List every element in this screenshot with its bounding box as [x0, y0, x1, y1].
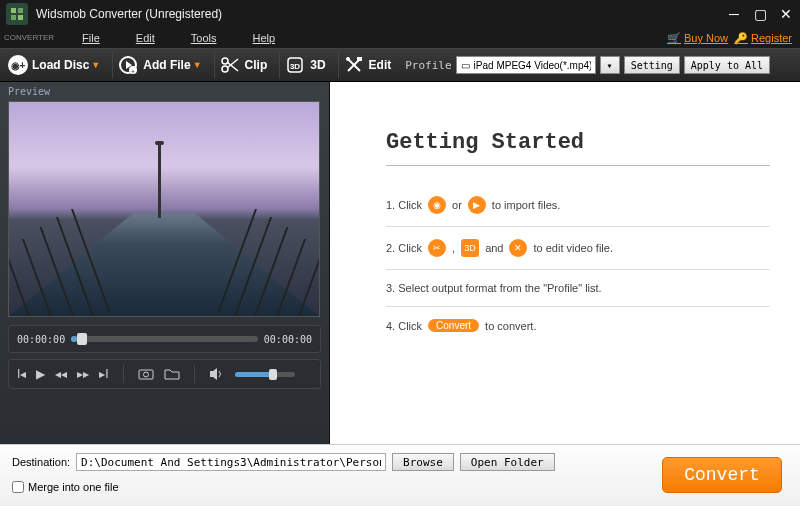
rewind-button[interactable]: ◂◂ — [55, 367, 67, 381]
buy-now-link[interactable]: 🛒 Buy Now — [667, 32, 728, 45]
next-button[interactable]: ▸I — [99, 367, 108, 381]
separator — [338, 52, 339, 78]
dropdown-icon: ▼ — [193, 60, 202, 70]
step-text: 3. Select output format from the "Profil… — [386, 282, 602, 294]
menu-tools[interactable]: Tools — [173, 30, 235, 46]
getting-started-title: Getting Started — [386, 130, 770, 166]
getting-started-panel: Getting Started 1. Click ◉ or ▶ to impor… — [330, 82, 800, 444]
separator — [112, 52, 113, 78]
edit-label: Edit — [369, 58, 392, 72]
three-d-button[interactable]: 3D 3D — [282, 54, 335, 76]
add-file-button[interactable]: + Add File ▼ — [115, 54, 211, 76]
destination-input[interactable] — [76, 453, 386, 471]
svg-point-8 — [222, 66, 228, 72]
svg-rect-3 — [18, 15, 23, 20]
clip-label: Clip — [245, 58, 268, 72]
minimize-button[interactable]: ─ — [726, 6, 742, 22]
separator — [123, 365, 124, 383]
volume-thumb[interactable] — [269, 369, 277, 380]
profile-label: Profile — [405, 59, 451, 72]
merge-checkbox[interactable] — [12, 481, 24, 493]
disc-icon: ◉+ — [8, 55, 28, 75]
scissors-mini-icon: ✂ — [428, 239, 446, 257]
device-icon: ▭ — [461, 60, 470, 71]
seek-thumb[interactable] — [77, 333, 87, 345]
disc-mini-icon: ◉ — [428, 196, 446, 214]
menu-help[interactable]: Help — [234, 30, 293, 46]
svg-marker-20 — [210, 368, 217, 380]
separator — [214, 52, 215, 78]
separator — [279, 52, 280, 78]
svg-text:3D: 3D — [290, 62, 300, 71]
preview-image — [8, 101, 320, 317]
step-text: 4. Click — [386, 320, 422, 332]
bottom-bar: Destination: Browse Open Folder Merge in… — [0, 444, 800, 506]
setting-button[interactable]: Setting — [624, 56, 680, 74]
step-text: or — [452, 199, 462, 211]
edit-button[interactable]: Edit — [341, 54, 402, 76]
load-disc-label: Load Disc — [32, 58, 89, 72]
preview-label: Preview — [8, 86, 321, 97]
step-3: 3. Select output format from the "Profil… — [386, 270, 770, 307]
seek-slider[interactable] — [71, 336, 258, 342]
play-button[interactable]: ▶ — [36, 367, 45, 381]
browse-button[interactable]: Browse — [392, 453, 454, 471]
step-4: 4. Click Convert to convert. — [386, 307, 770, 344]
profile-dropdown-button[interactable]: ▾ — [600, 56, 620, 74]
close-button[interactable]: ✕ — [778, 6, 794, 22]
add-file-mini-icon: ▶ — [468, 196, 486, 214]
maximize-button[interactable]: ▢ — [752, 6, 768, 22]
menu-file[interactable]: File — [64, 30, 118, 46]
svg-rect-0 — [11, 8, 16, 13]
step-text: to edit video file. — [533, 242, 613, 254]
profile-value: iPad MPEG4 Video(*.mp4) — [474, 60, 591, 71]
prev-button[interactable]: I◂ — [17, 367, 26, 381]
folder-button[interactable] — [164, 368, 180, 380]
separator — [194, 365, 195, 383]
speaker-icon — [209, 367, 225, 381]
time-current: 00:00:00 — [17, 334, 65, 345]
step-2: 2. Click ✂ , 3D and ✕ to edit video file… — [386, 227, 770, 270]
app-title: Widsmob Converter (Unregistered) — [36, 7, 726, 21]
preview-panel: Preview 00:00:00 00:00:00 I◂ ▶ ◂◂ ▸▸ ▸I — [0, 82, 330, 444]
scissors-icon — [219, 54, 241, 76]
forward-button[interactable]: ▸▸ — [77, 367, 89, 381]
open-folder-button[interactable]: Open Folder — [460, 453, 555, 471]
toolbar: ◉+ Load Disc ▼ + Add File ▼ Clip 3D 3D E… — [0, 48, 800, 82]
snapshot-button[interactable] — [138, 368, 154, 380]
convert-button[interactable]: Convert — [662, 457, 782, 493]
time-total: 00:00:00 — [264, 334, 312, 345]
svg-rect-18 — [139, 370, 153, 379]
step-text: to convert. — [485, 320, 536, 332]
three-d-icon: 3D — [284, 54, 306, 76]
step-1: 1. Click ◉ or ▶ to import files. — [386, 184, 770, 227]
menu-bar: CONVERTER File Edit Tools Help 🛒 Buy Now… — [0, 28, 800, 48]
svg-point-9 — [222, 58, 228, 64]
apply-all-button[interactable]: Apply to All — [684, 56, 770, 74]
timeline: 00:00:00 00:00:00 — [8, 325, 321, 353]
volume-slider[interactable] — [235, 372, 295, 377]
register-link[interactable]: 🔑 Register — [734, 32, 792, 45]
step-text: to import files. — [492, 199, 560, 211]
title-bar: Widsmob Converter (Unregistered) ─ ▢ ✕ — [0, 0, 800, 28]
app-logo-icon — [6, 3, 28, 25]
folder-icon — [164, 368, 180, 380]
add-file-icon: + — [117, 54, 139, 76]
tools-mini-icon: ✕ — [509, 239, 527, 257]
three-d-mini-icon: 3D — [461, 239, 479, 257]
cart-icon: 🛒 — [667, 32, 681, 45]
volume-icon[interactable] — [209, 367, 225, 381]
svg-rect-1 — [18, 8, 23, 13]
key-icon: 🔑 — [734, 32, 748, 45]
clip-button[interactable]: Clip — [217, 54, 278, 76]
svg-point-16 — [346, 57, 350, 61]
profile-select[interactable]: ▭ iPad MPEG4 Video(*.mp4) — [456, 56, 596, 74]
three-d-label: 3D — [310, 58, 325, 72]
load-disc-button[interactable]: ◉+ Load Disc ▼ — [6, 55, 110, 75]
svg-rect-17 — [357, 57, 362, 61]
svg-text:+: + — [132, 68, 136, 74]
svg-rect-2 — [11, 15, 16, 20]
tools-icon — [343, 54, 365, 76]
menu-edit[interactable]: Edit — [118, 30, 173, 46]
camera-icon — [138, 368, 154, 380]
